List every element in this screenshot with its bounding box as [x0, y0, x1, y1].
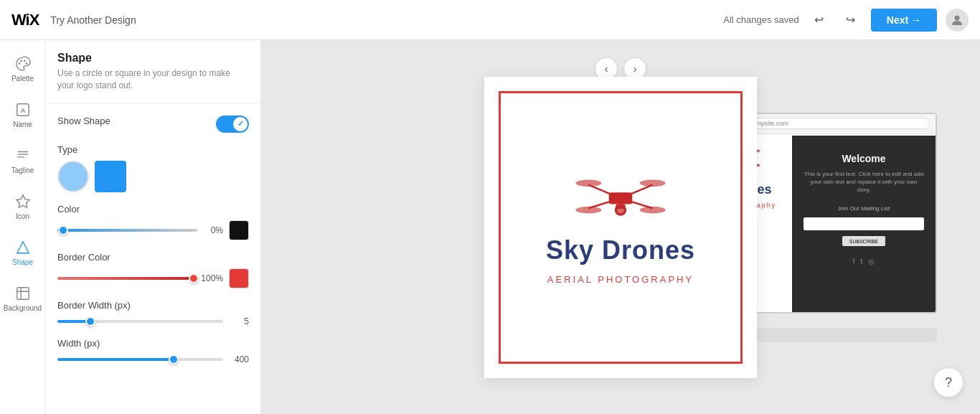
color-label: Color [57, 204, 249, 215]
border-width-row: Border Width (px) 5 [57, 300, 249, 326]
svg-marker-7 [16, 194, 29, 207]
circle-type-option[interactable] [57, 161, 89, 192]
width-slider[interactable] [57, 358, 223, 361]
border-width-label: Border Width (px) [57, 300, 249, 311]
name-icon: A [15, 102, 31, 118]
user-icon [951, 14, 963, 26]
border-color-label: Border Color [57, 252, 249, 263]
logo-content: Sky Drones Aerial Photography [546, 169, 695, 285]
svg-rect-9 [17, 287, 29, 299]
logo-tagline: Aerial Photography [547, 274, 694, 285]
settings-panel: Shape Use a circle or square in your des… [46, 40, 261, 414]
svg-point-3 [23, 60, 25, 62]
svg-text:A: A [20, 106, 25, 113]
panel-content: Show Shape ✓ Type Color [46, 110, 260, 414]
color-slider-thumb [58, 225, 68, 235]
border-color-slider[interactable] [57, 277, 195, 280]
svg-marker-8 [17, 241, 29, 253]
drone-icon [574, 169, 667, 227]
help-button[interactable]: ? [934, 368, 963, 397]
mailing-label: Join Our Mailing List [838, 205, 890, 212]
header-left: WiX Try Another Design [11, 11, 136, 29]
undo-button[interactable]: ↩ [808, 9, 831, 32]
sidebar-label-background: Background [4, 304, 42, 312]
sidebar-item-shape[interactable]: Shape [0, 230, 46, 276]
border-color-swatch[interactable] [229, 268, 249, 288]
svg-point-15 [640, 179, 666, 187]
sidebar-item-icon[interactable]: Icon [0, 184, 46, 230]
svg-point-2 [20, 60, 22, 62]
background-icon [15, 286, 31, 301]
panel-header: Shape Use a circle or square in your des… [46, 40, 260, 98]
header-title: Try Another Design [50, 14, 136, 26]
border-width-thumb [85, 316, 95, 326]
svg-rect-21 [616, 204, 626, 210]
sidebar: Palette A Name Tagline Icon Shap [0, 40, 46, 414]
type-row: Type [57, 144, 249, 192]
color-swatch[interactable] [229, 220, 249, 240]
width-slider-row: 400 [57, 354, 249, 364]
subscribe-button-preview: SUBSCRIBE [842, 236, 885, 246]
show-shape-toggle[interactable]: ✓ [216, 116, 249, 133]
border-width-slider-row: 5 [57, 316, 249, 326]
panel-title: Shape [57, 52, 249, 65]
width-value: 400 [229, 354, 249, 364]
type-label: Type [57, 144, 249, 155]
svg-rect-18 [609, 192, 633, 204]
panel-divider [46, 103, 260, 104]
sidebar-label-name: Name [13, 121, 32, 128]
social-icons: f t ◎ [853, 258, 875, 265]
screen-dark-panel: Welcome This is your first text. Click h… [792, 136, 936, 312]
color-slider[interactable] [57, 229, 197, 232]
sidebar-item-name[interactable]: A Name [0, 92, 46, 138]
header: WiX Try Another Design All changes saved… [0, 0, 980, 40]
header-right: All changes saved ↩ ↪ Next → [723, 9, 969, 32]
color-row: Color 0% [57, 204, 249, 240]
wix-logo: WiX [11, 11, 39, 29]
square-type-option[interactable] [95, 161, 126, 192]
color-value: 0% [203, 225, 223, 235]
width-label: Width (px) [57, 338, 249, 349]
sidebar-label-tagline: Tagline [11, 166, 34, 174]
sidebar-label-palette: Palette [11, 75, 34, 83]
color-slider-row: 0% [57, 220, 249, 240]
welcome-text: Welcome [842, 153, 885, 164]
show-shape-row: Show Shape ✓ [57, 116, 249, 133]
twitter-icon: t [861, 258, 863, 265]
svg-point-16 [575, 207, 601, 214]
main-layout: Palette A Name Tagline Icon Shap [0, 40, 980, 414]
border-width-value: 5 [229, 316, 249, 326]
border-color-row: Border Color 100% [57, 252, 249, 288]
svg-point-4 [25, 62, 27, 65]
border-color-slider-row: 100% [57, 268, 249, 288]
logo-preview-card: Sky Drones Aerial Photography [484, 77, 757, 378]
redo-button[interactable]: ↪ [839, 9, 862, 32]
sidebar-label-icon: Icon [16, 212, 29, 220]
shape-icon [15, 240, 31, 255]
toggle-knob: ✓ [233, 117, 248, 131]
palette-icon [15, 56, 31, 72]
user-avatar[interactable] [946, 9, 969, 32]
show-shape-label: Show Shape [57, 116, 110, 126]
svg-point-14 [575, 179, 601, 187]
canvas-area: ‹ › [261, 40, 980, 414]
svg-point-1 [18, 62, 20, 65]
save-status: All changes saved [723, 14, 799, 25]
width-row: Width (px) 400 [57, 338, 249, 364]
icon-icon [15, 194, 31, 210]
sidebar-item-palette[interactable]: Palette [0, 46, 46, 92]
sidebar-label-shape: Shape [12, 258, 33, 266]
border-color-slider-thumb [189, 273, 199, 283]
next-button[interactable]: Next → [871, 9, 937, 32]
svg-point-17 [640, 207, 666, 214]
border-color-value: 100% [201, 273, 223, 283]
instagram-icon: ◎ [868, 258, 875, 265]
sidebar-item-tagline[interactable]: Tagline [0, 138, 46, 184]
svg-point-0 [955, 15, 960, 20]
panel-description: Use a circle or square in your design to… [57, 67, 249, 92]
sidebar-item-background[interactable]: Background [0, 276, 46, 321]
type-options [57, 161, 249, 192]
border-width-slider[interactable] [57, 320, 223, 323]
tagline-icon [15, 148, 31, 164]
welcome-desc: This is your first text. Click here to e… [804, 170, 924, 194]
